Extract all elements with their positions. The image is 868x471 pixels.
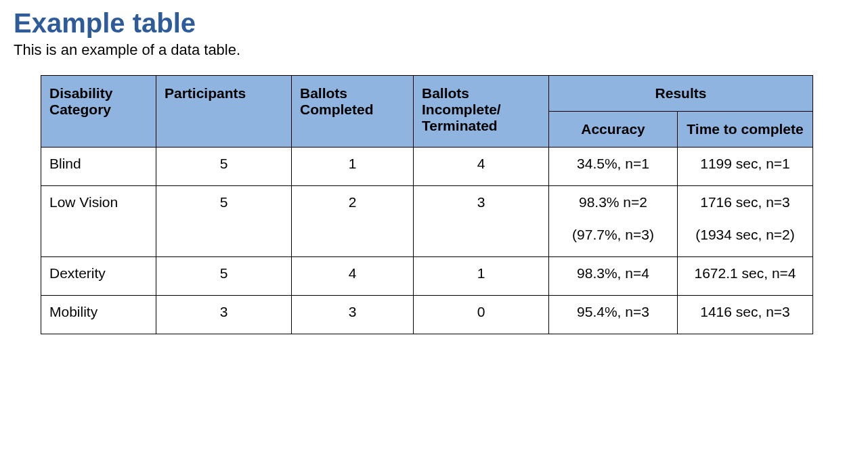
time-value: 1672.1 sec, n=4 [694, 265, 796, 281]
cell-completed: 2 [292, 186, 414, 257]
cell-category: Mobility [41, 296, 156, 334]
cell-incomplete: 3 [414, 186, 549, 257]
cell-participants: 3 [156, 296, 292, 334]
cell-completed: 1 [292, 148, 414, 186]
table-row: Blind 5 1 4 34.5%, n=1 1199 sec, n=1 [41, 148, 813, 186]
table-row: Dexterity 5 4 1 98.3%, n=4 1672.1 sec, n… [41, 257, 813, 296]
page-title: Example table [14, 8, 854, 39]
header-accuracy: Accuracy [549, 112, 678, 148]
time-value: 1416 sec, n=3 [700, 304, 790, 319]
time-value-secondary: (1934 sec, n=2) [686, 227, 804, 243]
accuracy-value: 95.4%, n=3 [577, 304, 649, 319]
cell-completed: 4 [292, 257, 414, 296]
cell-participants: 5 [156, 257, 292, 296]
cell-participants: 5 [156, 186, 292, 257]
cell-accuracy: 34.5%, n=1 [549, 148, 678, 186]
data-table: Disability Category Participants Ballots… [41, 75, 813, 334]
time-value: 1716 sec, n=3 [700, 194, 790, 210]
cell-time: 1672.1 sec, n=4 [678, 257, 813, 296]
cell-time: 1416 sec, n=3 [678, 296, 813, 334]
cell-incomplete: 1 [414, 257, 549, 296]
table-container: Disability Category Participants Ballots… [41, 75, 854, 334]
cell-accuracy: 98.3% n=2 (97.7%, n=3) [549, 186, 678, 257]
cell-category: Low Vision [41, 186, 156, 257]
cell-accuracy: 98.3%, n=4 [549, 257, 678, 296]
cell-completed: 3 [292, 296, 414, 334]
table-header-row-1: Disability Category Participants Ballots… [41, 76, 813, 112]
accuracy-value: 34.5%, n=1 [577, 156, 649, 171]
cell-time: 1199 sec, n=1 [678, 148, 813, 186]
header-participants: Participants [156, 76, 292, 148]
table-row: Low Vision 5 2 3 98.3% n=2 (97.7%, n=3) … [41, 186, 813, 257]
header-disability-category: Disability Category [41, 76, 156, 148]
table-row: Mobility 3 3 0 95.4%, n=3 1416 sec, n=3 [41, 296, 813, 334]
cell-incomplete: 0 [414, 296, 549, 334]
time-value: 1199 sec, n=1 [700, 156, 790, 171]
cell-category: Blind [41, 148, 156, 186]
page-subtitle: This is an example of a data table. [14, 41, 854, 59]
accuracy-value: 98.3%, n=4 [577, 265, 649, 281]
header-results-group: Results [549, 76, 813, 112]
accuracy-value-secondary: (97.7%, n=3) [557, 227, 669, 243]
cell-accuracy: 95.4%, n=3 [549, 296, 678, 334]
header-ballots-completed: Ballots Completed [292, 76, 414, 148]
cell-incomplete: 4 [414, 148, 549, 186]
accuracy-value: 98.3% n=2 [579, 194, 647, 210]
cell-participants: 5 [156, 148, 292, 186]
cell-time: 1716 sec, n=3 (1934 sec, n=2) [678, 186, 813, 257]
header-time-to-complete: Time to complete [678, 112, 813, 148]
header-ballots-incomplete: Ballots Incomplete/ Terminated [414, 76, 549, 148]
cell-category: Dexterity [41, 257, 156, 296]
